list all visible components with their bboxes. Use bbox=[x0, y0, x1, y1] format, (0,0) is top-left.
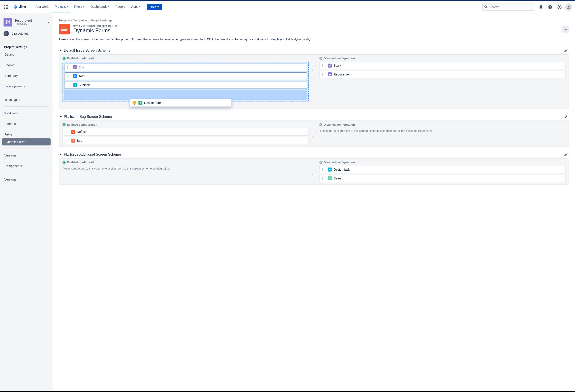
svg-point-5 bbox=[568, 5, 570, 7]
drag-handle-icon[interactable]: ⋮⋮ bbox=[321, 64, 326, 67]
divider bbox=[3, 149, 49, 149]
swap-arrows-icon bbox=[311, 123, 317, 138]
scheme-name: PL: Issue Bug Screen Scheme bbox=[64, 115, 112, 119]
chevron-down-icon: ▾ bbox=[83, 5, 84, 8]
sidebar-item-versions[interactable]: Versions bbox=[2, 152, 50, 159]
scheme-body: ✓Enabled configuration ⋮⋮ ∿ Defect ⋮⋮ ● … bbox=[59, 120, 569, 147]
nav-projects[interactable]: Projects▾ bbox=[52, 1, 71, 13]
scheme-header[interactable]: ▾ PL: Issue Additional Screen Scheme bbox=[59, 151, 569, 158]
create-button[interactable]: Create bbox=[147, 4, 163, 10]
issue-type-icon: $ bbox=[328, 176, 332, 180]
issue-type-icon: ● bbox=[71, 138, 75, 143]
issue-type-item[interactable]: ⋮⋮ $ Sales bbox=[319, 175, 566, 182]
issue-type-label: Epic bbox=[79, 66, 85, 69]
issue-type-label: Design task bbox=[334, 168, 350, 171]
project-title: Test project bbox=[15, 19, 32, 22]
sidebar-heading: Project settings bbox=[2, 44, 51, 50]
issue-type-item[interactable]: ⋮⋮ ✓ Task bbox=[64, 72, 307, 80]
nav-dashboards[interactable]: Dashboards▾ bbox=[88, 1, 112, 13]
sidebar-item-summary[interactable]: Summary bbox=[2, 72, 50, 79]
profile-avatar[interactable] bbox=[565, 3, 572, 11]
issue-type-label: Requirement bbox=[334, 73, 351, 76]
nav-people[interactable]: People bbox=[113, 1, 128, 13]
crumb-project[interactable]: Test project bbox=[73, 19, 89, 22]
disabled-column-title: ✕Disabled configuration bbox=[319, 161, 566, 164]
sidebar: Test project Repository ▾ ← Jira setting… bbox=[0, 13, 53, 391]
sidebar-item-versions-2[interactable]: Versions bbox=[2, 176, 50, 183]
notifications-icon[interactable] bbox=[537, 3, 545, 11]
drag-handle-icon[interactable]: ⋮⋮ bbox=[321, 73, 326, 76]
edit-pencil-icon[interactable] bbox=[564, 115, 568, 119]
project-header[interactable]: Test project Repository ▾ bbox=[2, 17, 51, 29]
nav-your-work[interactable]: Your work bbox=[32, 1, 51, 13]
drag-handle-icon[interactable]: ⋮⋮ bbox=[66, 66, 71, 69]
sidebar-item-components[interactable]: Components bbox=[2, 162, 50, 169]
enabled-column-title: ✓Enabled configuration bbox=[63, 57, 309, 60]
primary-nav: Your work Projects▾ Filters▾ Dashboards▾… bbox=[32, 1, 143, 13]
drag-handle-icon[interactable]: ⋮⋮ bbox=[66, 75, 71, 78]
sidebar-item-workflows[interactable]: Workflows bbox=[2, 110, 50, 117]
issue-type-item[interactable]: ⋮⋮ ⚡ Story bbox=[319, 62, 566, 69]
issue-type-label: Task bbox=[79, 74, 85, 78]
issue-type-icon: ＋ bbox=[139, 101, 143, 105]
swap-arrows-icon bbox=[311, 161, 317, 175]
search-input[interactable] bbox=[482, 3, 535, 11]
swap-arrows-icon bbox=[311, 57, 317, 71]
chevron-down-icon[interactable]: ▾ bbox=[48, 20, 49, 24]
drop-zone[interactable]: ⋮⋮ ⚡ Epic ⋮⋮ ✓ Task ⋮⋮ ❏ Subtask bbox=[63, 62, 309, 102]
settings-icon[interactable] bbox=[556, 3, 563, 11]
help-icon[interactable]: ? bbox=[547, 3, 554, 11]
back-to-jira-settings[interactable]: ← Jira settings bbox=[2, 29, 51, 38]
chevron-down-icon: ▾ bbox=[139, 5, 141, 8]
scheme-header[interactable]: ▾ Default Issue Screen Scheme bbox=[59, 47, 569, 54]
issue-type-item[interactable]: ⋮⋮ ● Bug bbox=[63, 137, 309, 144]
breadcrumb: Projects / Test project / Project settin… bbox=[59, 19, 569, 22]
issue-type-item[interactable]: ⋮⋮ ❏ Subtask bbox=[64, 81, 307, 89]
edit-pencil-icon[interactable] bbox=[564, 48, 568, 52]
svg-text:?: ? bbox=[549, 5, 551, 8]
issue-type-label: Bug bbox=[77, 139, 82, 142]
content: Projects / Test project / Project settin… bbox=[53, 13, 575, 391]
divider bbox=[3, 106, 49, 107]
issue-type-icon: ◉ bbox=[328, 72, 332, 76]
dragging-issue[interactable]: ✊ ＋ New feature bbox=[130, 99, 231, 107]
enabled-column-title: ✓Enabled configuration bbox=[63, 161, 309, 164]
drag-handle-icon[interactable]: ⋮⋮ bbox=[321, 168, 326, 171]
sidebar-item-screens[interactable]: Screens bbox=[2, 120, 50, 127]
topbar: Jira Your work Projects▾ Filters▾ Dashbo… bbox=[0, 1, 575, 13]
issue-type-icon: ⚡ bbox=[73, 65, 77, 69]
issue-type-item[interactable]: ⋮⋮ ♥ Design task bbox=[319, 166, 566, 173]
drag-handle-icon[interactable]: ⋮⋮ bbox=[66, 83, 71, 87]
drag-handle-icon[interactable]: ⋮⋮ bbox=[65, 130, 69, 133]
sidebar-item-issue-types[interactable]: Issue types bbox=[2, 96, 50, 103]
search-icon bbox=[484, 5, 488, 9]
crumb-projects[interactable]: Projects bbox=[59, 19, 71, 22]
sidebar-item-details[interactable]: Details bbox=[2, 51, 50, 58]
issue-type-item[interactable]: ⋮⋮ ⚡ Epic bbox=[64, 64, 307, 71]
sidebar-item-fields[interactable]: Fields bbox=[2, 131, 50, 138]
drag-handle-icon[interactable]: ⋮⋮ bbox=[65, 139, 69, 142]
scheme-name: Default Issue Screen Scheme bbox=[64, 48, 111, 52]
enabled-hint: Move issue types to this column to assig… bbox=[63, 166, 309, 171]
nav-apps[interactable]: Apps▾ bbox=[129, 1, 143, 13]
ellipsis-icon: ••• bbox=[564, 27, 567, 31]
issue-type-item[interactable]: ⋮⋮ ∿ Defect bbox=[63, 128, 309, 136]
sidebar-item-people[interactable]: People bbox=[2, 62, 50, 69]
chevron-down-icon: ▾ bbox=[60, 115, 62, 118]
jira-logo[interactable]: Jira bbox=[11, 4, 28, 10]
nav-filters[interactable]: Filters▾ bbox=[71, 1, 87, 13]
edit-pencil-icon[interactable] bbox=[564, 153, 568, 157]
issue-type-icon: ♥ bbox=[328, 167, 332, 171]
app-switcher-icon[interactable] bbox=[3, 3, 10, 11]
scheme-header[interactable]: ▾ PL: Issue Bug Screen Scheme bbox=[59, 113, 569, 120]
sidebar-item-delete[interactable]: Delete projects bbox=[2, 83, 50, 90]
scheme-body: ✓Enabled configuration ⋮⋮ ⚡ Epic ⋮⋮ ✓ Ta… bbox=[59, 54, 569, 109]
more-actions-button[interactable]: ••• bbox=[562, 26, 569, 33]
drag-handle-icon[interactable]: ⋮⋮ bbox=[321, 177, 326, 180]
scheme-name: PL: Issue Additional Screen Scheme bbox=[64, 153, 121, 157]
logo-text: Jira bbox=[19, 5, 26, 9]
issue-type-item[interactable]: ⋮⋮ ◉ Requirement bbox=[319, 71, 566, 78]
issue-type-icon: ⚡ bbox=[328, 64, 332, 68]
crumb-settings[interactable]: Project settings bbox=[91, 19, 112, 22]
sidebar-item-dynamic-forms[interactable]: Dynamic Forms bbox=[2, 138, 50, 145]
